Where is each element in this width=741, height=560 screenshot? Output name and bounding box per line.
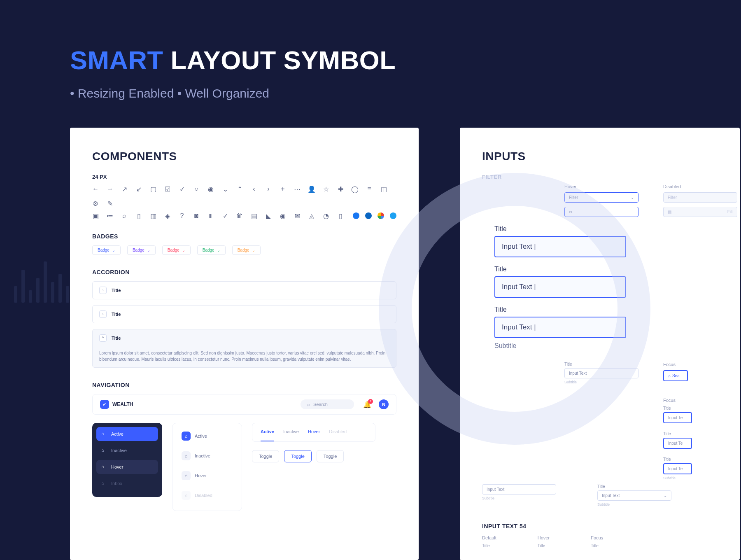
sidenav-item[interactable]: ⌂Hover (96, 460, 158, 474)
gear-icon[interactable]: ⚙ (92, 200, 99, 207)
notifications-button[interactable]: 🔔 2 (363, 401, 371, 408)
camera-icon[interactable]: ◙ (193, 212, 200, 219)
bell-icon[interactable]: ◬ (308, 212, 315, 219)
sidenav-item[interactable]: ⌂Inactive (177, 447, 238, 464)
chevron-right-icon[interactable]: › (99, 310, 107, 318)
sidenav-item[interactable]: ⌂Inbox (96, 476, 158, 490)
eye-icon[interactable]: ◉ (280, 212, 286, 219)
linkedin-icon[interactable] (365, 212, 372, 219)
brand-logo[interactable]: ✓ WEALTH (100, 400, 133, 409)
search-input-focus[interactable]: ⌕ Sea (663, 370, 688, 381)
small-input-focus-3[interactable]: Input Te (663, 463, 692, 474)
arrow-left-icon[interactable]: ← (92, 186, 99, 192)
badge[interactable]: Badge⌄ (127, 245, 156, 255)
tag-icon[interactable]: ◣ (265, 212, 272, 219)
search-input[interactable]: ⌕ Search (301, 399, 354, 409)
navigation-label: NAVIGATION (92, 382, 396, 388)
chevron-left-icon[interactable]: ‹ (251, 186, 257, 192)
plus-bold-icon[interactable]: ✚ (337, 186, 344, 192)
accordion-item-closed-1[interactable]: › Title (92, 281, 396, 299)
small-title: Title (663, 432, 692, 436)
input-label: Title (494, 306, 732, 313)
badge[interactable]: Badge⌄ (197, 245, 226, 255)
arrow-up-right-icon[interactable]: ↗ (121, 186, 128, 192)
badges-label: BADGES (92, 233, 396, 240)
bars-icon[interactable]: ⫼ (207, 212, 214, 219)
mail-icon[interactable]: ✉ (294, 212, 301, 219)
twitter-icon[interactable] (390, 212, 396, 219)
square-icon[interactable]: ▢ (150, 186, 156, 192)
chevron-right-icon[interactable]: › (99, 287, 107, 294)
graduation-icon[interactable]: ◈ (164, 212, 171, 219)
user-add-icon[interactable]: 👤 (308, 186, 315, 192)
brand-name: WEALTH (112, 401, 133, 407)
trash-icon[interactable]: 🗑 (236, 212, 243, 219)
toggle-button[interactable]: Toggle (317, 450, 344, 462)
icon-size-label: 24 PX (92, 174, 396, 180)
sidenav-item[interactable]: ⌂Active (177, 427, 238, 445)
input-label: Title (494, 225, 732, 233)
small-input-plain[interactable]: Input Text (482, 484, 556, 495)
small-input-focus-2[interactable]: Input Te (663, 438, 692, 449)
facebook-icon[interactable] (353, 212, 359, 219)
tab-inactive[interactable]: Inactive (283, 429, 299, 436)
plus-icon[interactable]: + (280, 186, 286, 192)
help-icon[interactable]: ? (179, 212, 185, 219)
components-title: COMPONENTS (92, 150, 396, 163)
tab-hover[interactable]: Hover (308, 429, 320, 436)
chevron-right-icon[interactable]: › (265, 186, 272, 192)
small-select[interactable]: Input Text ⌄ (597, 490, 671, 501)
home-icon: ⌂ (182, 471, 191, 480)
menu-icon[interactable]: ≡ (366, 186, 373, 192)
small-input[interactable]: Input Text (564, 368, 638, 378)
sidenav-item[interactable]: ⌂Disabled (177, 487, 238, 504)
text-input-focus[interactable]: Input Text | (494, 276, 626, 298)
sidenav-item[interactable]: ⌂Inactive (96, 443, 158, 457)
checkbox-icon[interactable]: ☑ (164, 186, 171, 192)
contact-icon[interactable]: ▤ (251, 212, 257, 219)
briefcase-icon[interactable]: ▣ (92, 212, 99, 219)
circle-icon[interactable]: ○ (193, 186, 200, 192)
accordion-item-open[interactable]: ⌃ Title Lorem ipsum dolor sit amet, cons… (92, 329, 396, 368)
text-input-focus[interactable]: Input Text | (494, 236, 626, 257)
list-icon[interactable]: ≔ (107, 212, 113, 219)
edit-icon[interactable]: ✎ (107, 200, 113, 207)
chevron-down-icon[interactable]: ⌄ (222, 186, 228, 192)
arrow-right-icon[interactable]: → (107, 186, 113, 192)
check-icon[interactable]: ✓ (179, 186, 185, 192)
document-icon[interactable]: ▯ (135, 212, 142, 219)
pie-icon[interactable]: ◔ (323, 212, 329, 219)
filter-select-hover-2[interactable]: er (564, 207, 638, 217)
small-input-focus[interactable]: Input Te (663, 412, 692, 423)
state-label: Focus (591, 535, 603, 540)
search-icon[interactable]: ⌕ (121, 212, 128, 219)
chevron-down-icon: ⌄ (664, 493, 667, 498)
arrow-down-left-icon[interactable]: ↙ (135, 186, 142, 192)
check-circle-icon[interactable]: ✓ (222, 212, 228, 219)
sidenav-item[interactable]: ⌂Hover (177, 467, 238, 484)
toggle-button[interactable]: Toggle (284, 450, 311, 462)
badge[interactable]: Badge⌄ (92, 245, 121, 255)
text-input-focus[interactable]: Input Text | (494, 317, 626, 338)
search-placeholder: Search (313, 402, 328, 407)
calendar-icon[interactable]: ◫ (380, 186, 387, 192)
avatar[interactable]: N (379, 399, 389, 409)
toggle-button[interactable]: Toggle (252, 450, 279, 462)
filter-select-hover[interactable]: Filter ⌄ (564, 192, 638, 203)
tab-active[interactable]: Active (261, 429, 274, 436)
accordion-item-closed-2[interactable]: › Title (92, 305, 396, 323)
google-icon[interactable] (377, 212, 384, 219)
radio-icon[interactable]: ◉ (207, 186, 214, 192)
chevron-up-icon[interactable]: ⌃ (99, 334, 107, 342)
user-circle-icon[interactable]: ◯ (352, 186, 358, 192)
star-icon[interactable]: ☆ (323, 186, 329, 192)
tab-disabled[interactable]: Disabled (329, 429, 347, 436)
badge[interactable]: Badge⌄ (232, 245, 261, 255)
components-card: COMPONENTS 24 PX ← → ↗ ↙ ▢ ☑ ✓ ○ ◉ ⌄ ⌃ ‹… (70, 128, 419, 560)
page-icon[interactable]: ▯ (337, 212, 344, 219)
badge[interactable]: Badge⌄ (162, 245, 191, 255)
sidenav-item[interactable]: ⌂Active (96, 427, 158, 441)
chevron-up-icon[interactable]: ⌃ (236, 186, 243, 192)
chart-icon[interactable]: ▥ (150, 212, 156, 219)
dots-icon[interactable]: ⋯ (294, 186, 301, 192)
